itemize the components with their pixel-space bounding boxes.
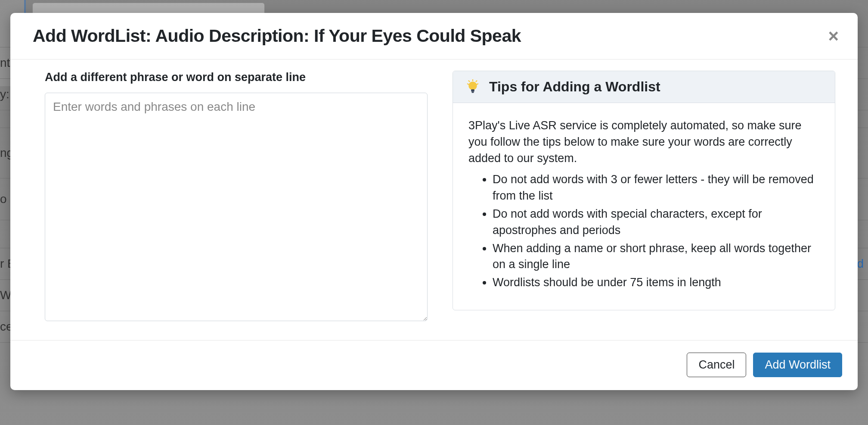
tips-list-item: When adding a name or short phrase, keep… (493, 241, 819, 273)
tips-header: Tips for Adding a Wordlist (453, 71, 835, 103)
tips-list: Do not add words with 3 or fewer letters… (468, 172, 819, 291)
tips-list-item: Do not add words with 3 or fewer letters… (493, 172, 819, 204)
modal-body: Add a different phrase or word on separa… (10, 59, 858, 340)
tips-list-item: Wordlists should be under 75 items in le… (493, 275, 819, 291)
tips-column: Tips for Adding a Wordlist 3Play's Live … (453, 71, 835, 323)
lightbulb-icon (465, 79, 480, 95)
modal-footer: Cancel Add Wordlist (10, 340, 858, 390)
add-wordlist-button[interactable]: Add Wordlist (753, 353, 842, 377)
svg-point-0 (468, 81, 477, 90)
tips-card: Tips for Adding a Wordlist 3Play's Live … (453, 71, 835, 310)
svg-rect-1 (471, 89, 474, 91)
close-icon: × (828, 26, 839, 46)
tips-title: Tips for Adding a Wordlist (489, 79, 660, 95)
tips-body: 3Play's Live ASR service is completely a… (453, 103, 835, 310)
wordlist-label: Add a different phrase or word on separa… (45, 71, 428, 84)
modal-header: Add WordList: Audio Description: If Your… (10, 13, 858, 59)
wordlist-form-column: Add a different phrase or word on separa… (45, 71, 428, 323)
close-button[interactable]: × (825, 27, 842, 45)
add-wordlist-modal: Add WordList: Audio Description: If Your… (10, 13, 858, 390)
tips-intro: 3Play's Live ASR service is completely a… (468, 118, 819, 166)
wordlist-textarea[interactable] (45, 93, 428, 321)
tips-list-item: Do not add words with special characters… (493, 206, 819, 239)
svg-rect-2 (471, 91, 474, 93)
modal-title: Add WordList: Audio Description: If Your… (33, 26, 521, 46)
cancel-button[interactable]: Cancel (687, 353, 746, 377)
